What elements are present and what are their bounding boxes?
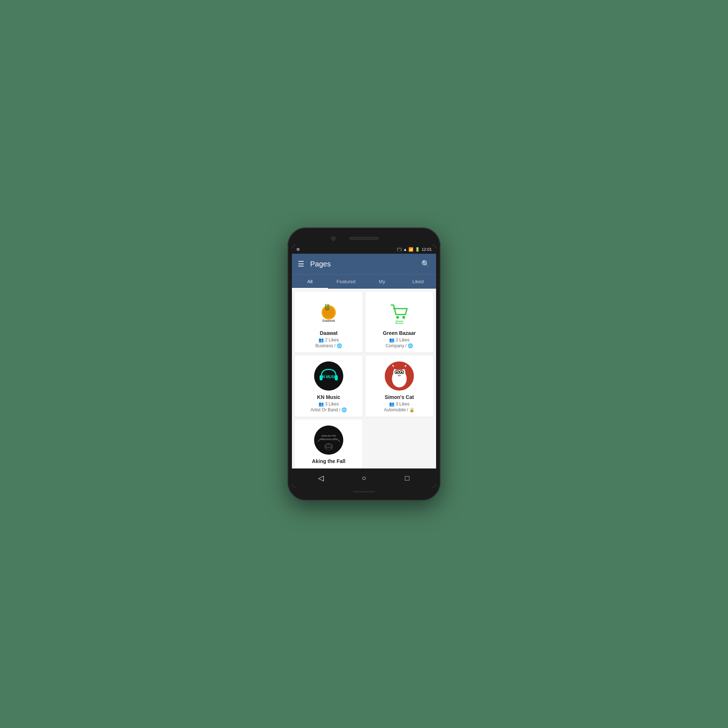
- search-button[interactable]: 🔍: [421, 260, 430, 268]
- phone-speaker: [349, 237, 379, 240]
- battery-icon: 🔋: [415, 247, 420, 252]
- simons-cat-logo: [385, 361, 414, 391]
- phone-bottom-bar: [292, 487, 436, 496]
- people-icon: 👥: [389, 337, 395, 343]
- phone-top-bar: [292, 232, 436, 245]
- globe-icon: 🌐: [337, 343, 342, 348]
- daawat-name: Daawat: [320, 330, 337, 336]
- page-title: Pages: [310, 260, 421, 268]
- svg-point-6: [396, 316, 399, 318]
- svg-point-33: [329, 445, 331, 447]
- slash: /: [407, 407, 408, 412]
- bottom-nav-bar: ◁ ○ □: [292, 468, 436, 487]
- svg-point-22: [396, 372, 398, 373]
- page-card-kn-music[interactable]: KN MUSIC KN Music 👥 3 Likes Artist Or Ba…: [295, 356, 362, 417]
- globe-icon: 🌐: [341, 407, 347, 412]
- green-bazaar-likes: 👥 2 Likes: [389, 337, 410, 343]
- svg-rect-34: [327, 448, 330, 450]
- people-icon: 👥: [318, 401, 324, 407]
- globe-icon: 🌐: [408, 343, 413, 348]
- green-bazaar-name: Green Bazaar: [383, 330, 416, 336]
- recents-button[interactable]: □: [400, 471, 414, 485]
- svg-point-27: [399, 374, 400, 375]
- aking-fall-logo: aking the Fall RESURRECTED: [314, 425, 343, 455]
- pages-grid: Daawat Daawat 👥 2 Likes Business / 🌐: [295, 292, 433, 468]
- svg-point-7: [402, 316, 405, 318]
- people-icon: 👥: [318, 337, 324, 343]
- wifi-icon: ▲: [403, 247, 407, 252]
- aking-fall-name: Aking the Fall: [312, 458, 346, 464]
- android-icon: ⚙: [296, 247, 300, 252]
- home-button[interactable]: ○: [357, 471, 371, 485]
- green-bazaar-category: Company / 🌐: [385, 343, 413, 348]
- content-area[interactable]: Daawat Daawat 👥 2 Likes Business / 🌐: [292, 289, 436, 468]
- status-bar: ⚙ 📳 ▲ 📶 🔋 12:01: [292, 245, 436, 254]
- simons-cat-category: Automobile / 🔒: [384, 407, 414, 412]
- lock-icon: 🔒: [409, 407, 414, 412]
- phone-frame: ⚙ 📳 ▲ 📶 🔋 12:01 ☰ Pages 🔍 All Featured: [288, 228, 440, 500]
- clock: 12:01: [422, 247, 432, 252]
- kn-music-logo: KN MUSIC: [314, 361, 343, 391]
- phone-screen: ⚙ 📳 ▲ 📶 🔋 12:01 ☰ Pages 🔍 All Featured: [292, 245, 436, 487]
- tab-featured[interactable]: Featured: [328, 274, 364, 289]
- daawat-likes: 👥 2 Likes: [318, 337, 339, 343]
- daawat-category: Business / 🌐: [315, 343, 342, 348]
- svg-text:KN MUSIC: KN MUSIC: [320, 375, 337, 379]
- tab-all[interactable]: All: [292, 274, 328, 289]
- simons-cat-likes: 👥 3 Likes: [389, 401, 410, 407]
- slash: /: [339, 407, 340, 412]
- tab-my[interactable]: My: [364, 274, 400, 289]
- daawat-logo: Daawat: [314, 297, 343, 327]
- app-navbar: ☰ Pages 🔍: [292, 254, 436, 274]
- page-card-daawat[interactable]: Daawat Daawat 👥 2 Likes Business / 🌐: [295, 292, 362, 353]
- svg-point-32: [327, 445, 329, 447]
- page-card-simons-cat[interactable]: Simon's Cat 👥 3 Likes Automobile / 🔒: [366, 356, 433, 417]
- status-right: 📳 ▲ 📶 🔋 12:01: [397, 247, 432, 252]
- svg-point-23: [401, 372, 402, 373]
- back-button[interactable]: ◁: [314, 471, 328, 485]
- simons-cat-name: Simon's Cat: [385, 394, 414, 400]
- page-card-aking-the-fall[interactable]: aking the Fall RESURRECTED Aking: [295, 420, 362, 468]
- svg-text:aking the Fall: aking the Fall: [321, 434, 336, 437]
- status-left: ⚙: [296, 247, 300, 252]
- page-card-green-bazaar[interactable]: Green Bazaar Green Bazaar 👥 2 Likes Comp…: [366, 292, 433, 353]
- tab-liked[interactable]: Liked: [400, 274, 436, 289]
- green-bazaar-logo: Green Bazaar: [385, 297, 414, 327]
- kn-music-name: KN Music: [317, 394, 340, 400]
- slash: /: [405, 343, 407, 348]
- kn-music-likes: 👥 3 Likes: [318, 401, 339, 407]
- phone-camera: [331, 236, 336, 241]
- svg-text:Bazaar: Bazaar: [395, 322, 404, 324]
- tab-bar: All Featured My Liked: [292, 274, 436, 289]
- signal-icon: 📶: [408, 247, 413, 252]
- kn-music-category: Artist Or Band / 🌐: [310, 407, 347, 412]
- people-icon: 👥: [389, 401, 395, 407]
- vibrate-icon: 📳: [397, 247, 402, 252]
- slash: /: [334, 343, 335, 348]
- menu-button[interactable]: ☰: [298, 260, 304, 268]
- phone-bottom-indicator: [353, 491, 375, 492]
- svg-point-19: [393, 365, 405, 370]
- svg-text:Daawat: Daawat: [323, 318, 335, 323]
